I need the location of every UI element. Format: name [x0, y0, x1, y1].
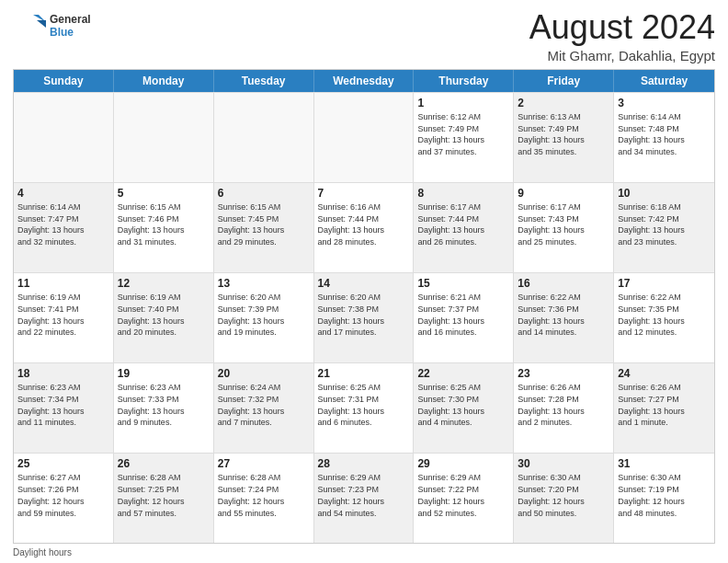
day-number-17: 17: [618, 276, 711, 291]
day-number-16: 16: [518, 276, 609, 291]
day-cell-30: 30Sunrise: 6:30 AM Sunset: 7:20 PM Dayli…: [514, 454, 614, 543]
day-cell-16: 16Sunrise: 6:22 AM Sunset: 7:36 PM Dayli…: [514, 273, 614, 362]
day-info-3: Sunrise: 6:14 AM Sunset: 7:48 PM Dayligh…: [618, 112, 685, 156]
day-info-26: Sunrise: 6:28 AM Sunset: 7:25 PM Dayligh…: [118, 473, 185, 517]
day-cell-23: 23Sunrise: 6:26 AM Sunset: 7:28 PM Dayli…: [514, 363, 614, 453]
day-number-30: 30: [518, 456, 609, 471]
day-cell-14: 14Sunrise: 6:20 AM Sunset: 7:38 PM Dayli…: [314, 273, 415, 362]
day-number-3: 3: [618, 96, 711, 110]
day-info-20: Sunrise: 6:24 AM Sunset: 7:32 PM Dayligh…: [218, 383, 285, 427]
day-info-11: Sunrise: 6:19 AM Sunset: 7:41 PM Dayligh…: [17, 293, 85, 337]
subtitle: Mit Ghamr, Dakahlia, Egypt: [529, 48, 715, 63]
day-cell-3: 3Sunrise: 6:14 AM Sunset: 7:48 PM Daylig…: [614, 93, 714, 182]
week-row-3: 11Sunrise: 6:19 AM Sunset: 7:41 PM Dayli…: [14, 272, 714, 362]
week-row-1: 1Sunrise: 6:12 AM Sunset: 7:49 PM Daylig…: [14, 92, 714, 182]
day-info-4: Sunrise: 6:14 AM Sunset: 7:47 PM Dayligh…: [17, 202, 85, 247]
day-cell-18: 18Sunrise: 6:23 AM Sunset: 7:34 PM Dayli…: [14, 363, 114, 453]
day-cell-15: 15Sunrise: 6:21 AM Sunset: 7:37 PM Dayli…: [414, 273, 514, 362]
day-number-21: 21: [318, 366, 410, 381]
day-number-25: 25: [17, 456, 109, 471]
day-number-13: 13: [218, 276, 310, 291]
day-info-12: Sunrise: 6:19 AM Sunset: 7:40 PM Dayligh…: [118, 293, 185, 337]
week-row-5: 25Sunrise: 6:27 AM Sunset: 7:26 PM Dayli…: [14, 453, 714, 543]
day-number-6: 6: [218, 186, 310, 201]
day-number-27: 27: [218, 456, 310, 471]
day-cell-24: 24Sunrise: 6:26 AM Sunset: 7:27 PM Dayli…: [614, 363, 714, 453]
day-info-15: Sunrise: 6:21 AM Sunset: 7:37 PM Dayligh…: [417, 293, 484, 337]
header-day-tuesday: Tuesday: [214, 70, 314, 92]
day-cell-31: 31Sunrise: 6:30 AM Sunset: 7:19 PM Dayli…: [614, 454, 714, 543]
header-day-thursday: Thursday: [414, 70, 514, 92]
day-cell-20: 20Sunrise: 6:24 AM Sunset: 7:32 PM Dayli…: [214, 363, 314, 453]
day-info-28: Sunrise: 6:29 AM Sunset: 7:23 PM Dayligh…: [318, 473, 385, 517]
header-day-friday: Friday: [514, 70, 614, 92]
day-cell-2: 2Sunrise: 6:13 AM Sunset: 7:49 PM Daylig…: [514, 93, 614, 182]
day-cell-17: 17Sunrise: 6:22 AM Sunset: 7:35 PM Dayli…: [614, 273, 714, 362]
day-number-2: 2: [518, 96, 609, 110]
empty-cell-w0-1: [114, 93, 214, 182]
day-cell-19: 19Sunrise: 6:23 AM Sunset: 7:33 PM Dayli…: [114, 363, 214, 453]
header-day-monday: Monday: [114, 70, 214, 92]
day-cell-9: 9Sunrise: 6:17 AM Sunset: 7:43 PM Daylig…: [514, 183, 614, 272]
day-number-31: 31: [618, 456, 711, 471]
day-number-14: 14: [318, 276, 410, 291]
svg-marker-1: [37, 20, 46, 28]
day-number-5: 5: [118, 186, 210, 201]
calendar-body: 1Sunrise: 6:12 AM Sunset: 7:49 PM Daylig…: [14, 92, 714, 543]
day-cell-22: 22Sunrise: 6:25 AM Sunset: 7:30 PM Dayli…: [414, 363, 514, 453]
day-info-14: Sunrise: 6:20 AM Sunset: 7:38 PM Dayligh…: [318, 293, 385, 337]
day-number-28: 28: [318, 456, 410, 471]
day-info-5: Sunrise: 6:15 AM Sunset: 7:46 PM Dayligh…: [118, 202, 185, 247]
day-number-8: 8: [417, 186, 509, 201]
header-day-wednesday: Wednesday: [314, 70, 415, 92]
day-info-23: Sunrise: 6:26 AM Sunset: 7:28 PM Dayligh…: [518, 383, 585, 427]
day-number-15: 15: [417, 276, 509, 291]
header-day-saturday: Saturday: [614, 70, 714, 92]
day-info-30: Sunrise: 6:30 AM Sunset: 7:20 PM Dayligh…: [518, 473, 585, 517]
empty-cell-w0-2: [214, 93, 314, 182]
day-info-1: Sunrise: 6:12 AM Sunset: 7:49 PM Dayligh…: [417, 112, 484, 156]
day-info-6: Sunrise: 6:15 AM Sunset: 7:45 PM Dayligh…: [218, 202, 285, 247]
day-info-29: Sunrise: 6:29 AM Sunset: 7:22 PM Dayligh…: [417, 473, 484, 517]
day-number-10: 10: [618, 186, 711, 201]
day-number-12: 12: [118, 276, 210, 291]
day-number-4: 4: [17, 186, 109, 201]
day-number-22: 22: [417, 366, 509, 381]
day-info-18: Sunrise: 6:23 AM Sunset: 7:34 PM Dayligh…: [17, 383, 85, 427]
day-info-19: Sunrise: 6:23 AM Sunset: 7:33 PM Dayligh…: [118, 383, 185, 427]
day-info-9: Sunrise: 6:17 AM Sunset: 7:43 PM Dayligh…: [518, 202, 585, 247]
day-cell-12: 12Sunrise: 6:19 AM Sunset: 7:40 PM Dayli…: [114, 273, 214, 362]
title-block: August 2024 Mit Ghamr, Dakahlia, Egypt: [529, 9, 715, 63]
day-number-23: 23: [518, 366, 609, 381]
day-cell-4: 4Sunrise: 6:14 AM Sunset: 7:47 PM Daylig…: [14, 183, 114, 272]
day-cell-13: 13Sunrise: 6:20 AM Sunset: 7:39 PM Dayli…: [214, 273, 314, 362]
empty-cell-w0-3: [314, 93, 415, 182]
logo: GeneralBlue: [13, 9, 91, 42]
logo-svg: [13, 9, 46, 42]
day-info-17: Sunrise: 6:22 AM Sunset: 7:35 PM Dayligh…: [618, 293, 685, 337]
day-number-19: 19: [118, 366, 210, 381]
day-cell-10: 10Sunrise: 6:18 AM Sunset: 7:42 PM Dayli…: [614, 183, 714, 272]
calendar-header: SundayMondayTuesdayWednesdayThursdayFrid…: [14, 70, 714, 92]
day-number-20: 20: [218, 366, 310, 381]
day-info-21: Sunrise: 6:25 AM Sunset: 7:31 PM Dayligh…: [318, 383, 385, 427]
page: GeneralBlue August 2024 Mit Ghamr, Dakah…: [0, 0, 728, 563]
day-number-11: 11: [17, 276, 109, 291]
day-number-7: 7: [318, 186, 410, 201]
calendar: SundayMondayTuesdayWednesdayThursdayFrid…: [13, 69, 715, 544]
day-cell-28: 28Sunrise: 6:29 AM Sunset: 7:23 PM Dayli…: [314, 454, 415, 543]
day-number-26: 26: [118, 456, 210, 471]
day-number-24: 24: [618, 366, 711, 381]
day-cell-29: 29Sunrise: 6:29 AM Sunset: 7:22 PM Dayli…: [414, 454, 514, 543]
day-info-8: Sunrise: 6:17 AM Sunset: 7:44 PM Dayligh…: [417, 202, 484, 247]
empty-cell-w0-0: [14, 93, 114, 182]
day-info-2: Sunrise: 6:13 AM Sunset: 7:49 PM Dayligh…: [518, 112, 585, 156]
day-cell-11: 11Sunrise: 6:19 AM Sunset: 7:41 PM Dayli…: [14, 273, 114, 362]
day-info-13: Sunrise: 6:20 AM Sunset: 7:39 PM Dayligh…: [218, 293, 285, 337]
day-number-29: 29: [417, 456, 509, 471]
day-number-18: 18: [17, 366, 109, 381]
day-cell-7: 7Sunrise: 6:16 AM Sunset: 7:44 PM Daylig…: [314, 183, 415, 272]
day-info-24: Sunrise: 6:26 AM Sunset: 7:27 PM Dayligh…: [618, 383, 685, 427]
footer: Daylight hours: [13, 547, 715, 557]
day-info-7: Sunrise: 6:16 AM Sunset: 7:44 PM Dayligh…: [318, 202, 385, 247]
